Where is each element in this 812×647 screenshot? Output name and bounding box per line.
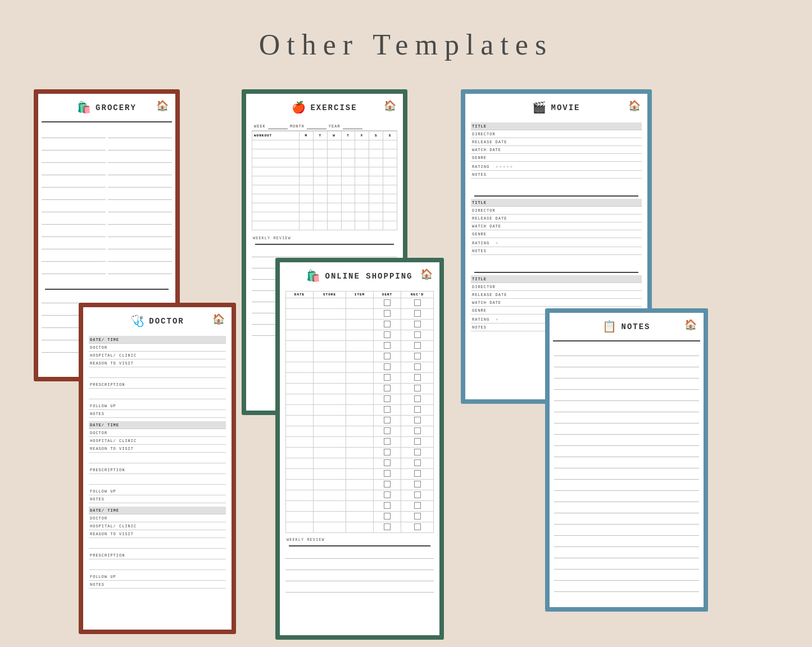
day-t1: T <box>313 131 327 140</box>
workout-day-cell <box>355 221 369 230</box>
workout-day-cell <box>355 167 369 176</box>
movie-watch-row-2: WATCH DATE <box>471 222 642 230</box>
shopping-cell <box>401 426 434 437</box>
shopping-cell <box>314 501 346 512</box>
doctor-home-icon: 🏠 <box>212 313 225 325</box>
shopping-checkbox <box>384 310 391 317</box>
shopping-cell <box>346 501 373 512</box>
grocery-line <box>42 293 106 303</box>
workout-day-cell <box>383 212 397 221</box>
shopping-checkbox <box>414 353 421 359</box>
doctor-blank-6 <box>89 562 226 570</box>
shopping-cell <box>286 373 314 384</box>
workout-day-cell <box>383 140 397 149</box>
movie-section-1: TITLE DIRECTOR RELEASE DATE WATCH DATE G… <box>471 122 642 179</box>
workout-day-cell <box>383 194 397 203</box>
notes-line <box>554 481 699 491</box>
shopping-cell <box>401 298 434 309</box>
shopping-cell <box>374 373 401 384</box>
movie-sep-2 <box>474 272 638 273</box>
shopping-cell <box>374 448 401 458</box>
workout-day-cell <box>299 203 313 212</box>
shopping-checkbox <box>384 513 391 520</box>
movie-title-row-3: TITLE <box>471 275 642 283</box>
movie-title-row-1: TITLE <box>471 122 642 130</box>
shopping-row <box>286 426 434 437</box>
shopping-cell <box>374 384 401 394</box>
grocery-line <box>108 227 172 237</box>
shopping-checkbox <box>384 321 391 327</box>
shopping-cell <box>401 416 434 426</box>
shopping-col-item: ITEM <box>346 291 373 298</box>
shopping-row <box>286 416 434 426</box>
shopping-cell <box>314 362 346 373</box>
shopping-cell <box>314 469 346 480</box>
shopping-cell <box>401 448 434 458</box>
notes-line <box>554 559 699 569</box>
shopping-cell <box>286 426 314 437</box>
workout-day-cell <box>341 203 355 212</box>
workout-day-cell <box>313 149 327 158</box>
workout-row <box>252 221 397 230</box>
workout-day-cell <box>327 158 341 167</box>
shopping-checkbox <box>384 299 391 306</box>
shopping-checkbox <box>414 513 421 520</box>
shopping-icon: 🛍️ <box>306 269 320 283</box>
workout-day-cell <box>327 167 341 176</box>
workout-day-cell <box>327 176 341 185</box>
year-label: YEAR <box>329 124 341 129</box>
workout-day-cell <box>299 176 313 185</box>
grocery-line <box>108 177 172 188</box>
shopping-cell <box>401 320 434 330</box>
grocery-title: GROCERY <box>96 103 137 112</box>
doctor-datetime-3: DATE/ TIME <box>89 507 226 514</box>
shopping-cell <box>346 373 373 384</box>
grocery-line <box>108 239 172 249</box>
shopping-header: 🛍️ ONLINE SHOPPING 🏠 <box>280 262 439 288</box>
shopping-checkbox <box>384 395 391 402</box>
doctor-prescription-2: PRESCRIPTION <box>89 466 226 474</box>
workout-row <box>252 185 397 194</box>
shopping-cell <box>346 320 373 330</box>
shopping-cell <box>401 373 434 384</box>
grocery-line <box>108 264 172 274</box>
day-m: M <box>299 131 313 140</box>
workout-day-cell <box>299 221 313 230</box>
shopping-cell <box>286 309 314 320</box>
shopping-checkbox <box>384 459 391 466</box>
shopping-row <box>286 437 434 448</box>
shopping-checkbox <box>384 502 391 509</box>
doctor-reason-2: REASON TO VISIT <box>89 445 226 453</box>
shopping-checkbox <box>414 406 421 413</box>
shopping-checkbox <box>384 491 391 498</box>
workout-day-cell <box>313 203 327 212</box>
doctor-title: DOCTOR <box>149 317 184 326</box>
shopping-cell <box>374 480 401 490</box>
workout-col-header: WORKOUT <box>252 131 300 140</box>
shopping-row <box>286 522 434 533</box>
shopping-cell <box>374 309 401 320</box>
workout-day-cell <box>383 203 397 212</box>
shopping-row <box>286 458 434 469</box>
shopping-checkbox <box>384 470 391 477</box>
shopping-card: 🛍️ ONLINE SHOPPING 🏠 DATE STORE ITEM SEN… <box>275 258 444 640</box>
grocery-bottom-sep <box>45 289 169 290</box>
shopping-row <box>286 373 434 384</box>
shopping-cell <box>286 501 314 512</box>
doctor-blank-4 <box>89 477 226 485</box>
shopping-checkbox <box>414 299 421 306</box>
workout-day-cell <box>327 221 341 230</box>
shopping-checkbox <box>414 395 421 402</box>
doctor-notes-1: NOTES <box>89 410 226 418</box>
workout-day-cell <box>299 158 313 167</box>
notes-line <box>554 526 699 536</box>
workout-day-cell <box>355 149 369 158</box>
notes-card: 📋 NOTES 🏠 <box>545 308 708 612</box>
workout-day-cell <box>341 221 355 230</box>
shopping-cell <box>401 330 434 341</box>
grocery-line <box>42 165 106 175</box>
shopping-cell <box>374 458 401 469</box>
notes-header: 📋 NOTES 🏠 <box>550 313 704 338</box>
movie-watch-row-1: WATCH DATE <box>471 146 642 154</box>
shopping-cell <box>286 405 314 416</box>
